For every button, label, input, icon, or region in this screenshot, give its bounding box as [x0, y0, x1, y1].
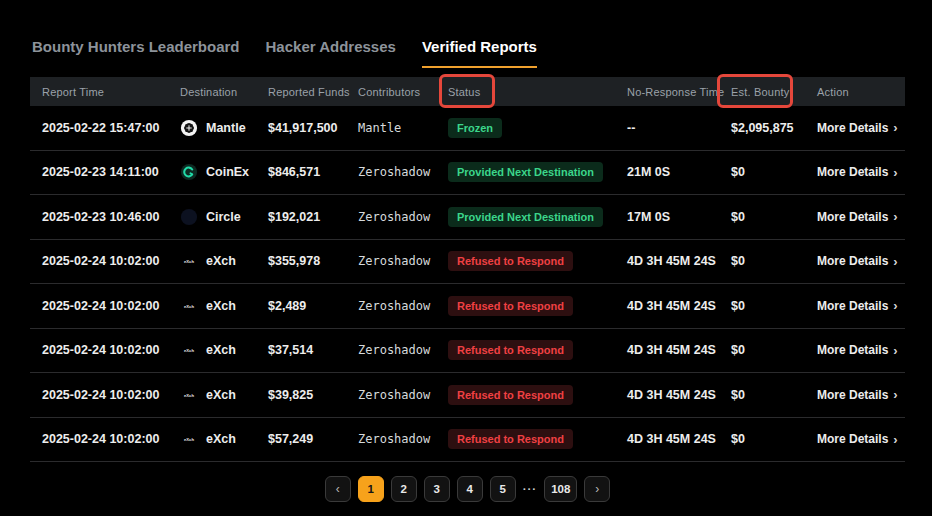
destination-cell: eXch Mantle — [180, 119, 268, 137]
exch-icon: eXch — [180, 386, 198, 404]
more-details-link[interactable]: More Details › — [817, 387, 905, 402]
status-badge: Refused to Respond — [448, 251, 573, 271]
table-row: 2025-02-24 10:02:00 — [30, 329, 905, 374]
more-details-link[interactable]: More Details › — [817, 343, 905, 358]
contributors-cell: Zeroshadow — [358, 299, 448, 313]
destination-name: Circle — [206, 210, 241, 224]
svg-text:eXch: eXch — [184, 348, 194, 353]
coinex-icon — [180, 163, 198, 181]
table-row: 2025-02-24 10:02:00 — [30, 373, 905, 418]
svg-text:eXch: eXch — [184, 303, 194, 308]
svg-text:eXch: eXch — [184, 392, 194, 397]
more-details-label: More Details — [817, 432, 888, 446]
reported-funds-cell: $57,249 — [268, 432, 358, 446]
status-cell: Refused to Respond — [448, 429, 627, 449]
chevron-right-icon: › — [893, 343, 897, 358]
destination-icon: eXch — [180, 163, 198, 181]
status-badge: Frozen — [448, 118, 502, 138]
reported-funds-cell: $39,825 — [268, 388, 358, 402]
report-time-cell: 2025-02-24 10:02:00 — [42, 254, 180, 268]
no-response-time-cell: -- — [627, 121, 731, 135]
chevron-right-icon: › — [893, 120, 897, 135]
exch-icon: eXch — [180, 297, 198, 315]
no-response-time-cell: 4D 3H 45M 24S — [627, 388, 731, 402]
table-row: 2025-02-24 10:02:00 — [30, 240, 905, 285]
contributors-cell: Zeroshadow — [358, 210, 448, 224]
destination-cell: eXch Circle — [180, 208, 268, 226]
destination-cell: eXch CoinEx — [180, 163, 268, 181]
status-badge: Refused to Respond — [448, 340, 573, 360]
pagination-button[interactable]: 5 — [490, 476, 516, 502]
pagination-button[interactable]: 3 — [424, 476, 450, 502]
reported-funds-cell: $37,514 — [268, 343, 358, 357]
tab-label: Bounty Hunters Leaderboard — [32, 38, 240, 55]
chevron-right-icon: › — [893, 254, 897, 269]
table-row: 2025-02-24 10:02:00 — [30, 418, 905, 463]
chevron-right-icon: › — [893, 298, 897, 313]
destination-cell: eXch eXch — [180, 341, 268, 359]
more-details-link[interactable]: More Details › — [817, 254, 905, 269]
contributors-cell: Zeroshadow — [358, 165, 448, 179]
tab[interactable]: Bounty Hunters Leaderboard — [32, 38, 240, 68]
destination-cell: eXch eXch — [180, 430, 268, 448]
chevron-right-icon: › — [893, 432, 897, 447]
destination-icon: eXch — [180, 430, 198, 448]
pagination-button[interactable]: 108 — [544, 476, 577, 502]
pagination-button[interactable]: ··· — [523, 476, 538, 502]
more-details-link[interactable]: More Details › — [817, 120, 905, 135]
pagination-button[interactable]: ‹ — [325, 476, 351, 502]
report-time-cell: 2025-02-24 10:02:00 — [42, 432, 180, 446]
tab[interactable]: Hacker Addresses — [266, 38, 396, 68]
status-badge: Refused to Respond — [448, 429, 573, 449]
status-badge: Refused to Respond — [448, 296, 573, 316]
tab[interactable]: Verified Reports — [422, 38, 537, 68]
pagination-button[interactable]: 2 — [391, 476, 417, 502]
est-bounty-cell: $0 — [731, 210, 817, 224]
pagination-button[interactable]: 4 — [457, 476, 483, 502]
report-time-cell: 2025-02-23 14:11:00 — [42, 165, 180, 179]
more-details-label: More Details — [817, 388, 888, 402]
pagination-button[interactable]: › — [584, 476, 610, 502]
est-bounty-cell: $0 — [731, 432, 817, 446]
verified-reports-page: Bounty Hunters Leaderboard Hacker Addres… — [0, 0, 932, 502]
destination-name: eXch — [206, 388, 236, 402]
est-bounty-cell: $2,095,875 — [731, 121, 817, 135]
exch-icon: eXch — [180, 252, 198, 270]
contributors-cell: Zeroshadow — [358, 254, 448, 268]
destination-cell: eXch eXch — [180, 252, 268, 270]
column-header: Destination — [180, 86, 268, 98]
status-cell: Refused to Respond — [448, 385, 627, 405]
more-details-link[interactable]: More Details › — [817, 165, 905, 180]
destination-cell: eXch eXch — [180, 297, 268, 315]
destination-icon: eXch — [180, 252, 198, 270]
report-time-cell: 2025-02-24 10:02:00 — [42, 388, 180, 402]
chevron-right-icon: › — [893, 209, 897, 224]
no-response-time-cell: 4D 3H 45M 24S — [627, 432, 731, 446]
status-cell: Provided Next Destination — [448, 207, 627, 227]
status-badge: Provided Next Destination — [448, 207, 603, 227]
contributors-cell: Zeroshadow — [358, 343, 448, 357]
more-details-link[interactable]: More Details › — [817, 432, 905, 447]
status-badge: Refused to Respond — [448, 385, 573, 405]
table-row: 2025-02-22 15:47:00 — [30, 106, 905, 151]
column-header: Reported Funds — [268, 86, 358, 98]
contributors-cell: Zeroshadow — [358, 432, 448, 446]
svg-text:eXch: eXch — [184, 259, 194, 264]
more-details-label: More Details — [817, 121, 888, 135]
more-details-link[interactable]: More Details › — [817, 209, 905, 224]
chevron-right-icon: › — [893, 387, 897, 402]
reported-funds-cell: $355,978 — [268, 254, 358, 268]
table-body: 2025-02-22 15:47:00 — [30, 106, 905, 462]
status-cell: Refused to Respond — [448, 296, 627, 316]
more-details-link[interactable]: More Details › — [817, 298, 905, 313]
no-response-time-cell: 4D 3H 45M 24S — [627, 299, 731, 313]
table-header-row: Report Time Destination Reported Funds C… — [30, 77, 905, 106]
report-time-cell: 2025-02-23 10:46:00 — [42, 210, 180, 224]
contributors-cell: Zeroshadow — [358, 388, 448, 402]
svg-text:eXch: eXch — [184, 437, 194, 442]
column-header: Report Time — [42, 86, 180, 98]
status-cell: Frozen — [448, 118, 627, 138]
no-response-time-cell: 17M 0S — [627, 210, 731, 224]
pagination-button[interactable]: 1 — [358, 476, 384, 502]
column-header: Action — [817, 86, 905, 98]
